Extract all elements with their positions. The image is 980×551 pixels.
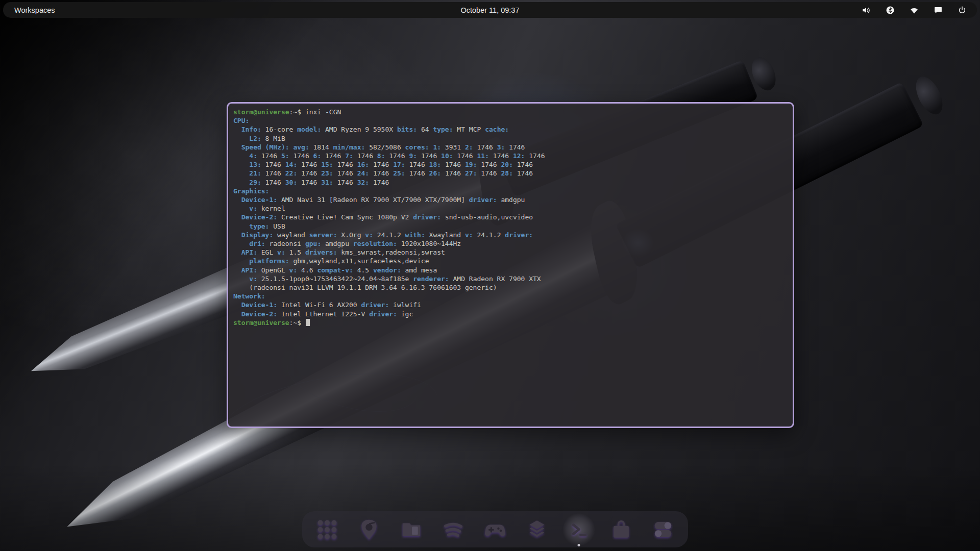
dock-item-games[interactable] bbox=[479, 513, 511, 546]
stacked-layers-icon bbox=[525, 518, 549, 541]
terminal-line: Speed (MHz): avg: 1814 min/max: 582/5086… bbox=[233, 143, 788, 152]
terminal-line: 21: 1746 22: 1746 23: 1746 24: 1746 25: … bbox=[233, 169, 788, 178]
dock-item-file-manager[interactable] bbox=[395, 513, 428, 546]
briefcase-icon bbox=[609, 518, 633, 541]
spotify-icon bbox=[442, 518, 465, 541]
dock-item-settings[interactable] bbox=[647, 513, 679, 546]
dock-item-shop[interactable] bbox=[605, 513, 638, 546]
wifi-icon[interactable] bbox=[910, 6, 919, 15]
dock-item-terminal[interactable] bbox=[562, 513, 595, 546]
terminal-line: v: 25.1.5-1pop0~1753463422~24.04~8af185e… bbox=[233, 274, 788, 283]
dock-item-music[interactable] bbox=[437, 513, 470, 546]
terminal-line: API: OpenGL v: 4.6 compat-v: 4.5 vendor:… bbox=[233, 266, 788, 274]
terminal-line: 13: 1746 14: 1746 15: 1746 16: 1746 17: … bbox=[233, 160, 788, 169]
toggles-icon bbox=[651, 518, 675, 541]
terminal-line: type: USB bbox=[233, 222, 788, 231]
terminal-line: Info: 16-core model: AMD Ryzen 9 5950X b… bbox=[233, 125, 788, 134]
terminal-line: dri: radeonsi gpu: amdgpu resolution: 19… bbox=[233, 239, 788, 248]
terminal-line: Device-1: Intel Wi-Fi 6 AX200 driver: iw… bbox=[233, 300, 788, 309]
workspaces-button[interactable]: Workspaces bbox=[14, 6, 55, 14]
terminal-line: API: EGL v: 1.5 drivers: kms_swrast,rade… bbox=[233, 248, 788, 257]
terminal-cursor bbox=[306, 319, 310, 326]
terminal-icon bbox=[567, 518, 591, 541]
folder-icon bbox=[400, 518, 423, 541]
bluetooth-icon[interactable] bbox=[886, 6, 895, 15]
terminal-line: Device-2: Intel Ethernet I225-V driver: … bbox=[233, 310, 788, 318]
terminal-line: platforms: gbm,wayland,x11,surfaceless,d… bbox=[233, 257, 788, 265]
chat-icon[interactable] bbox=[934, 6, 943, 15]
dock-item-layers[interactable] bbox=[521, 513, 553, 546]
terminal-line: storm@universe:~$ inxi -CGN bbox=[233, 108, 788, 116]
dock bbox=[302, 511, 688, 547]
terminal-window[interactable]: storm@universe:~$ inxi -CGNCPU: Info: 16… bbox=[227, 102, 794, 428]
clock-date-time[interactable]: October 11, 09:37 bbox=[460, 6, 519, 14]
dock-item-app-launcher[interactable] bbox=[311, 513, 344, 546]
terminal-line: Graphics: bbox=[233, 187, 788, 195]
terminal-line: Network: bbox=[233, 292, 788, 300]
terminal-line: 29: 1746 30: 1746 31: 1746 32: 1746 bbox=[233, 178, 788, 187]
power-icon[interactable] bbox=[958, 6, 967, 15]
browser-icon bbox=[357, 518, 381, 541]
terminal-line: L2: 8 MiB bbox=[233, 134, 788, 143]
top-panel: Workspaces October 11, 09:37 bbox=[3, 2, 977, 18]
status-icon-tray bbox=[862, 6, 967, 15]
terminal-line: v: kernel bbox=[233, 204, 788, 213]
volume-icon[interactable] bbox=[862, 6, 871, 15]
terminal-line: Device-1: AMD Navi 31 [Radeon RX 7900 XT… bbox=[233, 195, 788, 204]
dock-item-web-browser[interactable] bbox=[353, 513, 385, 546]
terminal-output: storm@universe:~$ inxi -CGNCPU: Info: 16… bbox=[233, 108, 788, 327]
terminal-line: Display: wayland server: X.Org v: 24.1.2… bbox=[233, 231, 788, 239]
terminal-line: Device-2: Creative Live! Cam Sync 1080p … bbox=[233, 213, 788, 221]
terminal-line: (radeonsi navi31 LLVM 19.1.1 DRM 3.64 6.… bbox=[233, 283, 788, 292]
terminal-line: CPU: bbox=[233, 116, 788, 125]
terminal-line: 4: 1746 5: 1746 6: 1746 7: 1746 8: 1746 … bbox=[233, 152, 788, 160]
game-controller-icon bbox=[483, 518, 507, 541]
app-grid-icon bbox=[315, 518, 339, 541]
terminal-line: storm@universe:~$ bbox=[233, 318, 788, 327]
desktop: Workspaces October 11, 09:37 storm@unive… bbox=[0, 0, 980, 551]
